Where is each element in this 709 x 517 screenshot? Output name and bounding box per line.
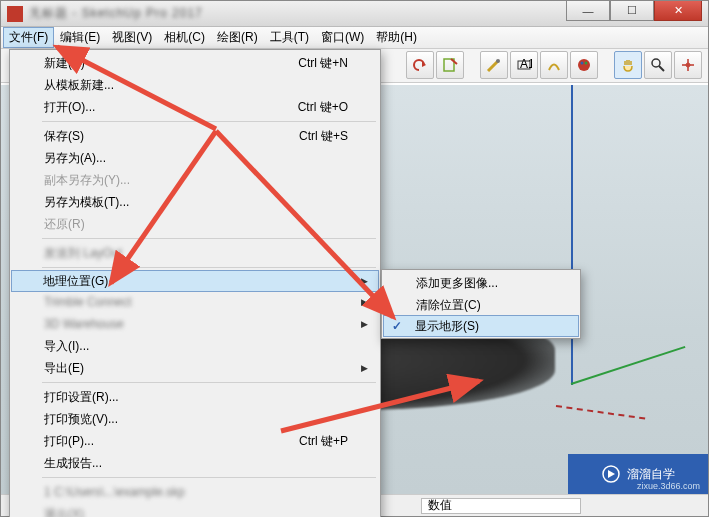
file-menu-item[interactable]: 发送到 LayOut bbox=[12, 242, 378, 264]
submenu-item-label: 添加更多图像... bbox=[416, 275, 498, 292]
zoom-extents-button[interactable] bbox=[674, 51, 702, 79]
file-menu-item[interactable]: Trimble Connect▶ bbox=[12, 291, 378, 313]
svg-point-7 bbox=[652, 59, 660, 67]
geo-location-submenu: 添加更多图像...清除位置(C)✓显示地形(S) bbox=[381, 269, 581, 339]
menu-item-label: 打印预览(V)... bbox=[44, 411, 118, 428]
pan-button[interactable] bbox=[614, 51, 642, 79]
redo-button[interactable] bbox=[436, 51, 464, 79]
file-menu-item: 还原(R) bbox=[12, 213, 378, 235]
paint-button[interactable] bbox=[570, 51, 598, 79]
close-button[interactable]: ✕ bbox=[654, 1, 702, 21]
text-button[interactable] bbox=[540, 51, 568, 79]
axis-z bbox=[571, 85, 573, 385]
submenu-item-label: 清除位置(C) bbox=[416, 297, 481, 314]
file-menu-item[interactable]: 3D Warehouse▶ bbox=[12, 313, 378, 335]
menu-item-label: 还原(R) bbox=[44, 216, 85, 233]
file-menu-item[interactable]: 导出(E)▶ bbox=[12, 357, 378, 379]
menu-item-label: 打印设置(R)... bbox=[44, 389, 119, 406]
submenu-arrow-icon: ▶ bbox=[361, 276, 368, 286]
menubar: 文件(F) 编辑(E) 视图(V) 相机(C) 绘图(R) 工具(T) 窗口(W… bbox=[1, 27, 708, 49]
axis-x bbox=[556, 405, 645, 420]
maximize-button[interactable]: ☐ bbox=[610, 1, 654, 21]
value-control-box[interactable]: 数值 bbox=[421, 498, 581, 514]
file-menu-item[interactable]: 打印(P)...Ctrl 键+P bbox=[12, 430, 378, 452]
axis-y bbox=[571, 346, 686, 385]
watermark-badge: 溜溜自学 zixue.3d66.com bbox=[568, 454, 708, 494]
check-icon: ✓ bbox=[392, 319, 402, 333]
file-menu-item[interactable]: 从模板新建... bbox=[12, 74, 378, 96]
app-window: 无标题 - SketchUp Pro 2017 — ☐ ✕ 文件(F) 编辑(E… bbox=[0, 0, 709, 517]
zoom-button[interactable] bbox=[644, 51, 672, 79]
file-menu-item[interactable]: 另存为模板(T)... bbox=[12, 191, 378, 213]
file-menu-item[interactable]: 另存为(A)... bbox=[12, 147, 378, 169]
menu-edit[interactable]: 编辑(E) bbox=[54, 27, 106, 48]
menu-camera[interactable]: 相机(C) bbox=[158, 27, 211, 48]
window-buttons: — ☐ ✕ bbox=[566, 1, 702, 21]
menu-file[interactable]: 文件(F) bbox=[3, 27, 54, 48]
file-menu-item[interactable]: 打开(O)...Ctrl 键+O bbox=[12, 96, 378, 118]
file-menu-item[interactable]: 打印设置(R)... bbox=[12, 386, 378, 408]
menu-tools[interactable]: 工具(T) bbox=[264, 27, 315, 48]
menu-item-label: 副本另存为(Y)... bbox=[44, 172, 130, 189]
file-menu-item: 副本另存为(Y)... bbox=[12, 169, 378, 191]
menu-separator bbox=[42, 382, 376, 383]
submenu-arrow-icon: ▶ bbox=[361, 297, 368, 307]
submenu-arrow-icon: ▶ bbox=[361, 319, 368, 329]
file-menu-item[interactable]: 退出(X) bbox=[12, 503, 378, 517]
menu-separator bbox=[42, 267, 376, 268]
submenu-item[interactable]: 清除位置(C) bbox=[384, 294, 578, 316]
file-menu-item[interactable]: 导入(I)... bbox=[12, 335, 378, 357]
menu-item-shortcut: Ctrl 键+S bbox=[299, 128, 348, 145]
menu-item-label: 导入(I)... bbox=[44, 338, 89, 355]
menu-item-label: 发送到 LayOut bbox=[44, 245, 122, 262]
window-title: 无标题 - SketchUp Pro 2017 bbox=[29, 5, 203, 22]
file-menu-item[interactable]: 地理位置(G)▶ bbox=[11, 270, 379, 292]
svg-point-1 bbox=[496, 59, 500, 63]
menu-item-shortcut: Ctrl 键+P bbox=[299, 433, 348, 450]
submenu-item[interactable]: ✓显示地形(S) bbox=[383, 315, 579, 337]
menu-separator bbox=[42, 238, 376, 239]
svg-point-4 bbox=[578, 59, 590, 71]
menu-item-label: 从模板新建... bbox=[44, 77, 114, 94]
menu-item-shortcut: Ctrl 键+O bbox=[298, 99, 348, 116]
menu-item-label: 打开(O)... bbox=[44, 99, 95, 116]
file-menu-item[interactable]: 新建(N)Ctrl 键+N bbox=[12, 52, 378, 74]
svg-point-5 bbox=[581, 62, 584, 65]
tape-button[interactable] bbox=[480, 51, 508, 79]
menu-draw[interactable]: 绘图(R) bbox=[211, 27, 264, 48]
submenu-item-label: 显示地形(S) bbox=[415, 318, 479, 335]
menu-item-label: 打印(P)... bbox=[44, 433, 94, 450]
menu-window[interactable]: 窗口(W) bbox=[315, 27, 370, 48]
menu-view[interactable]: 视图(V) bbox=[106, 27, 158, 48]
menu-item-label: 3D Warehouse bbox=[44, 317, 124, 331]
menu-item-label: 另存为模板(T)... bbox=[44, 194, 129, 211]
file-menu-item[interactable]: 生成报告... bbox=[12, 452, 378, 474]
menu-item-shortcut: Ctrl 键+N bbox=[298, 55, 348, 72]
menu-item-label: 保存(S) bbox=[44, 128, 84, 145]
submenu-arrow-icon: ▶ bbox=[361, 363, 368, 373]
app-icon bbox=[7, 6, 23, 22]
minimize-button[interactable]: — bbox=[566, 1, 610, 21]
value-label: 数值 bbox=[422, 497, 458, 514]
menu-item-label: 1 C:\Users\...\example.skp bbox=[44, 485, 185, 499]
menu-separator bbox=[42, 121, 376, 122]
file-dropdown-menu: 新建(N)Ctrl 键+N从模板新建...打开(O)...Ctrl 键+O保存(… bbox=[9, 49, 381, 517]
submenu-item[interactable]: 添加更多图像... bbox=[384, 272, 578, 294]
menu-item-label: Trimble Connect bbox=[44, 295, 132, 309]
svg-text:A1: A1 bbox=[520, 57, 532, 71]
undo-button[interactable] bbox=[406, 51, 434, 79]
menu-item-label: 生成报告... bbox=[44, 455, 102, 472]
dimension-button[interactable]: A1 bbox=[510, 51, 538, 79]
svg-point-6 bbox=[585, 62, 588, 65]
menu-item-label: 另存为(A)... bbox=[44, 150, 106, 167]
menu-item-label: 退出(X) bbox=[44, 506, 84, 518]
titlebar: 无标题 - SketchUp Pro 2017 — ☐ ✕ bbox=[1, 1, 708, 27]
file-menu-item[interactable]: 保存(S)Ctrl 键+S bbox=[12, 125, 378, 147]
file-menu-item[interactable]: 1 C:\Users\...\example.skp bbox=[12, 481, 378, 503]
menu-item-label: 导出(E) bbox=[44, 360, 84, 377]
file-menu-item[interactable]: 打印预览(V)... bbox=[12, 408, 378, 430]
menu-item-label: 地理位置(G) bbox=[43, 273, 108, 290]
menu-separator bbox=[42, 477, 376, 478]
menu-help[interactable]: 帮助(H) bbox=[370, 27, 423, 48]
menu-item-label: 新建(N) bbox=[44, 55, 85, 72]
